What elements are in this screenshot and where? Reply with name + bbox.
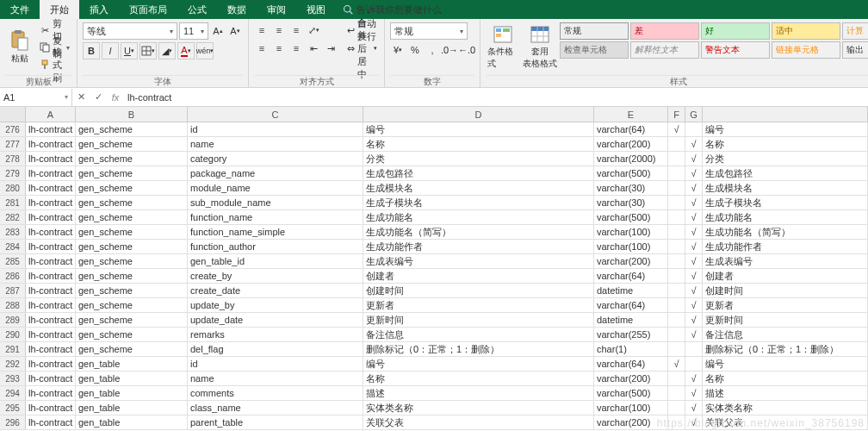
cell[interactable]: 更新者 — [703, 298, 868, 312]
cell[interactable]: 编号 — [703, 122, 868, 136]
cell[interactable]: √ — [668, 122, 685, 136]
cell[interactable]: lh-contract — [26, 328, 76, 341]
cell[interactable] — [668, 196, 685, 209]
cell[interactable]: 编号 — [363, 122, 594, 136]
fx-icon[interactable]: fx — [107, 92, 124, 103]
row-header[interactable]: 286 — [0, 269, 26, 283]
style-bad[interactable]: 差 — [630, 22, 699, 40]
enter-fx-button[interactable]: ✓ — [90, 91, 107, 103]
cell[interactable]: √ — [685, 196, 703, 209]
cell[interactable] — [668, 342, 685, 356]
cell[interactable] — [668, 401, 685, 415]
cell[interactable] — [668, 240, 685, 253]
cell[interactable]: lh-contract — [26, 152, 76, 166]
cell[interactable]: 描述 — [703, 386, 868, 400]
style-link[interactable]: 链接单元格 — [772, 41, 840, 59]
cell[interactable]: lh-contract — [26, 415, 76, 429]
align-mid-button[interactable]: ≡ — [271, 22, 287, 38]
cell[interactable]: 创建者 — [703, 269, 868, 283]
cond-format-button[interactable]: 条件格式 — [486, 22, 519, 71]
cell[interactable]: √ — [668, 357, 685, 371]
cell[interactable] — [668, 415, 685, 429]
row-header[interactable]: 278 — [0, 152, 26, 166]
cell[interactable]: varchar(500) — [594, 386, 668, 400]
grow-font-button[interactable]: A▴ — [210, 23, 226, 39]
cell[interactable]: 删除标记（0：正常；1：删除） — [703, 342, 868, 356]
row-header[interactable]: 292 — [0, 357, 26, 371]
cell[interactable]: 备注信息 — [703, 328, 868, 341]
cell[interactable]: varchar(100) — [594, 240, 668, 253]
cell[interactable]: id — [188, 122, 363, 136]
align-left-button[interactable]: ≡ — [254, 41, 270, 56]
row-header[interactable]: 283 — [0, 225, 26, 239]
shrink-font-button[interactable]: A▾ — [227, 23, 243, 39]
cell[interactable]: 生成子模块名 — [363, 196, 594, 209]
indent-inc-button[interactable]: ⇥ — [323, 41, 338, 56]
cell[interactable]: 生成包路径 — [363, 166, 594, 180]
cell[interactable]: lh-contract — [26, 313, 76, 327]
cell[interactable]: name — [188, 372, 363, 385]
col-header[interactable]: B — [76, 107, 188, 122]
row-header[interactable]: 290 — [0, 328, 26, 341]
cell[interactable]: √ — [685, 313, 703, 327]
cell[interactable]: create_date — [188, 284, 363, 297]
cell[interactable]: gen_scheme — [76, 269, 188, 283]
cell[interactable]: varchar(200) — [594, 415, 668, 429]
cell[interactable]: √ — [685, 415, 703, 429]
italic-button[interactable]: I — [102, 42, 119, 59]
cell[interactable]: varchar(100) — [594, 225, 668, 239]
style-check[interactable]: 检查单元格 — [560, 41, 629, 59]
cell[interactable]: √ — [685, 152, 703, 166]
cell[interactable]: 生成功能名（简写） — [363, 225, 594, 239]
align-top-button[interactable]: ≡ — [254, 22, 270, 38]
style-warn[interactable]: 警告文本 — [701, 41, 770, 59]
style-calc[interactable]: 计算 — [842, 22, 868, 40]
cell[interactable]: varchar(2000) — [594, 152, 668, 166]
cell[interactable]: 实体类名称 — [363, 401, 594, 415]
cell[interactable]: class_name — [188, 401, 363, 415]
cell[interactable]: gen_scheme — [76, 254, 188, 268]
cell[interactable]: varchar(64) — [594, 122, 668, 136]
cell[interactable] — [668, 225, 685, 239]
cell[interactable]: gen_table_id — [188, 254, 363, 268]
cell[interactable] — [668, 269, 685, 283]
cell[interactable]: gen_table — [76, 357, 188, 371]
orientation-button[interactable]: ⤢▾ — [306, 22, 321, 38]
cell[interactable]: 更新时间 — [703, 313, 868, 327]
cell[interactable]: function_name — [188, 210, 363, 224]
cell[interactable]: char(1) — [594, 342, 668, 356]
cell[interactable]: 分类 — [363, 152, 594, 166]
cell[interactable]: remarks — [188, 328, 363, 341]
cell[interactable]: 生成表编号 — [363, 254, 594, 268]
cell[interactable]: gen_table — [76, 415, 188, 429]
cell[interactable] — [685, 342, 703, 356]
number-format-select[interactable]: 常规▾ — [390, 22, 468, 40]
col-header[interactable]: D — [363, 107, 594, 122]
cell[interactable]: 描述 — [363, 386, 594, 400]
cell[interactable]: varchar(64) — [594, 298, 668, 312]
row-header[interactable]: 281 — [0, 196, 26, 209]
cell[interactable]: varchar(200) — [594, 254, 668, 268]
cell[interactable]: lh-contract — [26, 210, 76, 224]
cell[interactable]: √ — [685, 254, 703, 268]
cell[interactable] — [668, 254, 685, 268]
cell[interactable]: lh-contract — [26, 137, 76, 151]
tab-insert[interactable]: 插入 — [79, 0, 119, 19]
cell[interactable] — [668, 284, 685, 297]
cell[interactable]: varchar(100) — [594, 401, 668, 415]
cell[interactable]: 创建者 — [363, 269, 594, 283]
cell[interactable]: lh-contract — [26, 298, 76, 312]
tab-review[interactable]: 审阅 — [257, 0, 296, 19]
cell[interactable]: 名称 — [363, 137, 594, 151]
col-header[interactable]: F — [668, 107, 685, 122]
select-all-corner[interactable] — [0, 107, 26, 122]
cell[interactable] — [668, 181, 685, 195]
cell[interactable]: lh-contract — [26, 240, 76, 253]
cell[interactable]: gen_scheme — [76, 240, 188, 253]
row-header[interactable]: 288 — [0, 298, 26, 312]
table-format-button[interactable]: 套用 表格格式 — [523, 22, 556, 71]
cell[interactable]: √ — [685, 137, 703, 151]
dec-decimal-button[interactable]: ←.0 — [459, 42, 474, 58]
row-header[interactable]: 296 — [0, 415, 26, 429]
cell[interactable] — [685, 357, 703, 371]
